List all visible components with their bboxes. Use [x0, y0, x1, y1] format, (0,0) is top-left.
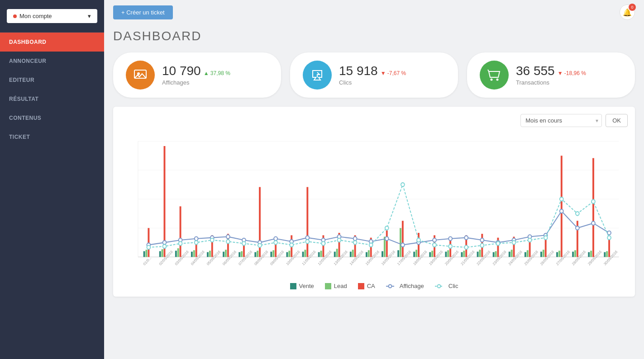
svg-text:21/05/2016: 21/05/2016 — [460, 250, 476, 266]
svg-rect-97 — [592, 158, 594, 257]
sidebar-item-resultat[interactable]: RÉSULTAT — [0, 90, 104, 109]
stat-label-affichages: Affichages — [162, 79, 230, 86]
svg-rect-45 — [320, 250, 322, 257]
svg-rect-58 — [386, 231, 388, 257]
svg-rect-99 — [606, 251, 608, 257]
stat-number-clics: 15 918 — [339, 65, 378, 77]
svg-rect-60 — [400, 228, 401, 257]
svg-point-153 — [496, 241, 500, 246]
svg-point-2 — [491, 79, 493, 81]
svg-point-155 — [528, 238, 532, 242]
svg-point-145 — [369, 243, 373, 247]
svg-point-129 — [592, 221, 595, 225]
svg-rect-56 — [382, 251, 383, 257]
svg-rect-21 — [193, 250, 195, 257]
period-select-wrapper: Mois en cours — [520, 114, 602, 127]
svg-point-192 — [388, 284, 391, 288]
svg-rect-33 — [257, 250, 258, 257]
svg-point-119 — [433, 238, 436, 242]
svg-rect-81 — [511, 250, 513, 257]
svg-rect-39 — [288, 250, 290, 257]
svg-rect-90 — [558, 250, 560, 257]
svg-point-137 — [242, 241, 246, 246]
stat-card-clics: 15 918 ▼ -7,67 % Clics — [290, 52, 458, 98]
svg-text:07/05/2016: 07/05/2016 — [238, 250, 253, 266]
svg-point-138 — [258, 243, 262, 247]
svg-rect-53 — [366, 252, 367, 257]
topbar-right: 🔔 0 — [620, 5, 635, 20]
legend-label-vente: Vente — [299, 283, 314, 289]
legend-lead: Lead — [325, 283, 347, 289]
legend-vente: Vente — [290, 283, 314, 289]
sidebar-item-editeur[interactable]: EDITEUR — [0, 71, 104, 90]
svg-point-111 — [305, 236, 309, 240]
sidebar-item-dashboard[interactable]: DASHBOARD — [0, 33, 104, 52]
sidebar-item-annonceur[interactable]: ANNONCEUR — [0, 52, 104, 71]
svg-rect-62 — [413, 252, 415, 257]
svg-point-136 — [226, 240, 230, 244]
period-select[interactable]: Mois en cours — [520, 114, 602, 127]
svg-rect-98 — [604, 252, 606, 257]
svg-point-116 — [385, 237, 389, 241]
svg-text:23/05/2016: 23/05/2016 — [492, 250, 507, 266]
stat-info-clics: 15 918 ▼ -7,67 % Clics — [339, 65, 406, 86]
svg-rect-23 — [207, 252, 209, 257]
svg-rect-87 — [543, 250, 544, 257]
stat-number-affichages: 10 790 — [162, 65, 201, 77]
sidebar-item-ticket[interactable]: TICKET — [0, 128, 104, 146]
sidebar: Mon compte ▾ DASHBOARD ANNONCEUR EDITEUR… — [0, 0, 104, 359]
svg-rect-24 — [209, 250, 211, 257]
svg-text:01/0...: 01/0... — [143, 256, 152, 266]
page-content: DASHBOARD 10 790 ▲ 37,98 % Affi — [104, 24, 644, 306]
svg-rect-18 — [177, 248, 179, 257]
svg-point-117 — [401, 243, 405, 247]
svg-point-158 — [576, 212, 579, 216]
stat-card-affichages: 10 790 ▲ 37,98 % Affichages — [113, 52, 281, 98]
sidebar-nav: DASHBOARD ANNONCEUR EDITEUR RÉSULTAT CON… — [0, 33, 104, 146]
svg-rect-11 — [143, 251, 145, 257]
svg-rect-41 — [302, 252, 304, 257]
create-ticket-button[interactable]: + Créer un ticket — [113, 5, 173, 19]
legend-dot-lead — [325, 283, 331, 289]
svg-rect-20 — [191, 252, 193, 257]
svg-text:15/05/2016: 15/05/2016 — [365, 250, 380, 266]
svg-rect-51 — [352, 250, 354, 257]
svg-point-131 — [147, 246, 150, 250]
svg-rect-86 — [540, 252, 542, 257]
svg-rect-77 — [493, 252, 495, 257]
svg-rect-26 — [223, 252, 224, 257]
account-button[interactable]: Mon compte ▾ — [7, 9, 97, 23]
svg-point-106 — [226, 235, 230, 239]
svg-point-133 — [179, 241, 182, 246]
svg-point-134 — [195, 241, 198, 245]
svg-rect-30 — [241, 251, 243, 257]
svg-rect-71 — [461, 252, 463, 257]
legend-label-lead: Lead — [334, 283, 347, 289]
legend-label-affichage: Affichage — [400, 283, 424, 289]
stat-change-affichages: ▲ 37,98 % — [204, 70, 230, 76]
svg-rect-17 — [175, 250, 177, 257]
ok-button[interactable]: OK — [606, 114, 628, 127]
chevron-down-icon: ▾ — [88, 13, 91, 19]
svg-point-127 — [560, 209, 563, 213]
stat-info-affichages: 10 790 ▲ 37,98 % Affichages — [162, 65, 230, 86]
svg-text:29/05/2016: 29/05/2016 — [587, 250, 602, 266]
chart-container: Mois en cours OK — [113, 107, 635, 297]
svg-rect-93 — [574, 250, 576, 257]
svg-rect-63 — [415, 250, 417, 257]
legend-clic-icon — [435, 283, 446, 289]
svg-point-194 — [437, 284, 440, 288]
svg-point-157 — [560, 197, 563, 201]
stat-change-clics: ▼ -7,67 % — [381, 70, 406, 76]
stat-icon-affichages — [126, 61, 155, 90]
svg-rect-59 — [397, 250, 399, 257]
legend-dot-ca — [358, 283, 364, 289]
sidebar-item-contenus[interactable]: CONTENUS — [0, 109, 104, 128]
notification-icon[interactable]: 🔔 0 — [620, 5, 635, 20]
svg-point-150 — [448, 245, 452, 249]
legend-dot-vente — [290, 283, 296, 289]
svg-rect-74 — [477, 252, 479, 257]
svg-point-156 — [544, 236, 548, 240]
chart-legend: Vente Lead CA Af — [120, 283, 628, 289]
svg-point-147 — [401, 183, 405, 187]
